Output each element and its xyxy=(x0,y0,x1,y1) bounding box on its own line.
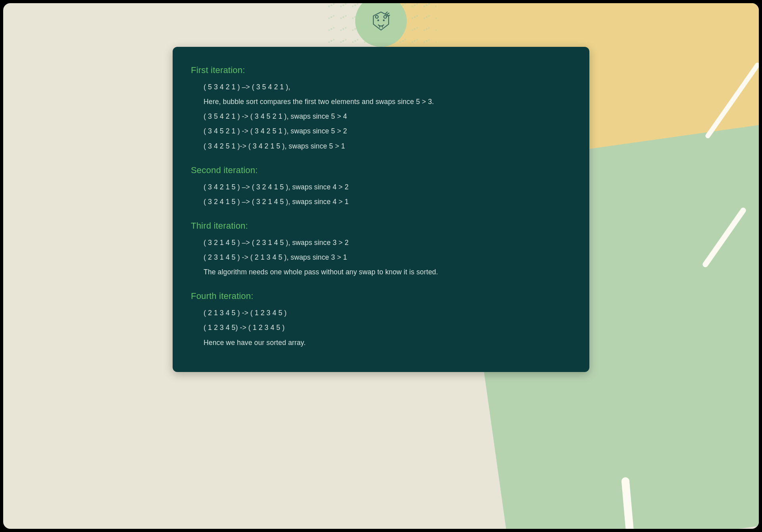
iteration-heading: First iteration: xyxy=(191,65,571,75)
svg-point-0 xyxy=(377,19,379,21)
iteration-heading: Second iteration: xyxy=(191,165,571,175)
iteration-line: ( 3 5 4 2 1 ) -> ( 3 4 5 2 1 ), swaps si… xyxy=(191,111,571,122)
svg-point-2 xyxy=(375,15,378,18)
iteration-block: Second iteration: ( 3 4 2 1 5 ) –> ( 3 2… xyxy=(191,165,571,207)
iteration-line: Hence we have our sorted array. xyxy=(191,337,571,348)
iteration-block: Fourth iteration: ( 2 1 3 4 5 ) -> ( 1 2… xyxy=(191,291,571,348)
iteration-line: ( 3 4 2 5 1 )-> ( 3 4 2 1 5 ), swaps sin… xyxy=(191,141,571,152)
iteration-line: Here, bubble sort compares the first two… xyxy=(191,96,571,107)
iteration-line: ( 2 3 1 4 5 ) -> ( 2 1 3 4 5 ), swaps si… xyxy=(191,252,571,263)
content-card: First iteration: ( 5 3 4 2 1 ) –> ( 3 5 … xyxy=(173,47,589,372)
iteration-block: First iteration: ( 5 3 4 2 1 ) –> ( 3 5 … xyxy=(191,65,571,152)
iteration-line: ( 1 2 3 4 5) -> ( 1 2 3 4 5 ) xyxy=(191,322,571,333)
page-container: First iteration: ( 5 3 4 2 1 ) –> ( 3 5 … xyxy=(3,3,759,529)
iteration-heading: Fourth iteration: xyxy=(191,291,571,301)
iteration-heading: Third iteration: xyxy=(191,221,571,231)
iteration-line: ( 3 4 2 1 5 ) –> ( 3 2 4 1 5 ), swaps si… xyxy=(191,182,571,193)
iteration-line: ( 3 2 1 4 5 ) –> ( 2 3 1 4 5 ), swaps si… xyxy=(191,237,571,248)
iteration-block: Third iteration: ( 3 2 1 4 5 ) –> ( 2 3 … xyxy=(191,221,571,278)
iteration-line: The algorithm needs one whole pass witho… xyxy=(191,267,571,278)
iteration-line: ( 3 2 4 1 5 ) –> ( 3 2 1 4 5 ), swaps si… xyxy=(191,197,571,207)
beaver-icon xyxy=(370,10,392,32)
iteration-line: ( 2 1 3 4 5 ) -> ( 1 2 3 4 5 ) xyxy=(191,308,571,318)
svg-point-3 xyxy=(384,15,387,18)
svg-point-1 xyxy=(383,19,385,21)
iteration-line: ( 5 3 4 2 1 ) –> ( 3 5 4 2 1 ), xyxy=(191,82,571,93)
iteration-line: ( 3 4 5 2 1 ) -> ( 3 4 2 5 1 ), swaps si… xyxy=(191,126,571,137)
